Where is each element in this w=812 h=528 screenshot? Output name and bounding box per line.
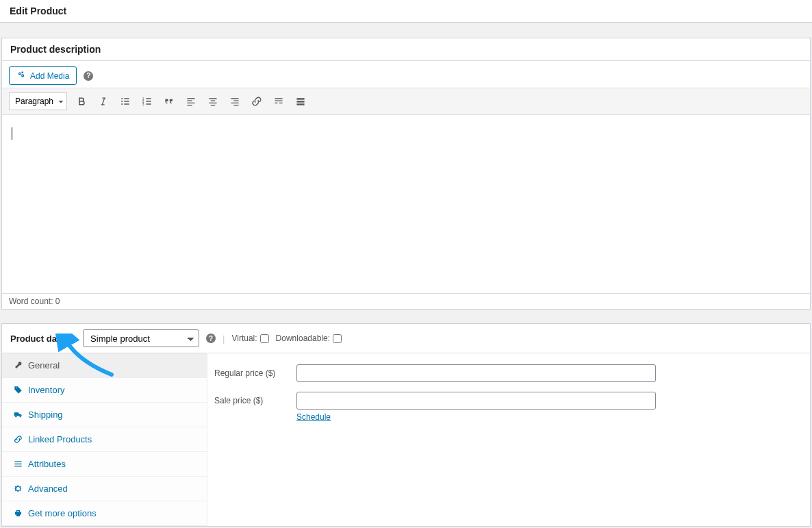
italic-button[interactable] xyxy=(96,94,111,109)
sale-price-row: Sale price ($) xyxy=(214,392,803,410)
quote-button[interactable] xyxy=(162,94,177,109)
editor-toolbar: Paragraph 123 xyxy=(2,88,810,115)
svg-rect-14 xyxy=(14,466,21,466)
spacer xyxy=(0,23,812,38)
page-header: Edit Product xyxy=(0,0,812,23)
svg-point-3 xyxy=(121,101,123,102)
product-type-select[interactable]: Simple product xyxy=(83,329,199,347)
product-description-title: Product description xyxy=(10,44,101,55)
svg-point-0 xyxy=(19,73,21,75)
tab-linked-products[interactable]: Linked Products xyxy=(2,427,207,452)
tab-shipping[interactable]: Shipping xyxy=(2,403,207,427)
link-button[interactable] xyxy=(249,94,264,109)
svg-rect-13 xyxy=(14,464,21,464)
bold-button[interactable] xyxy=(74,94,89,109)
tab-attributes-label: Attributes xyxy=(28,459,66,469)
editor-content[interactable] xyxy=(2,115,810,293)
product-data-label: Product data — xyxy=(10,334,76,344)
truck-icon xyxy=(13,410,23,420)
add-media-label: Add Media xyxy=(30,71,69,81)
number-list-button[interactable]: 123 xyxy=(140,94,155,109)
sale-price-input[interactable] xyxy=(296,392,656,410)
add-media-icon xyxy=(16,70,26,81)
regular-price-label: Regular price ($) xyxy=(214,368,296,378)
paragraph-select[interactable]: Paragraph xyxy=(9,92,67,110)
link-icon xyxy=(13,435,23,444)
virtual-checkbox[interactable] xyxy=(260,334,269,343)
tab-inventory[interactable]: Inventory xyxy=(2,378,207,403)
svg-point-2 xyxy=(121,98,123,99)
product-description-panel: Product description Add Media ? Paragrap… xyxy=(1,38,811,310)
downloadable-label: Downloadable: xyxy=(276,334,330,343)
svg-rect-8 xyxy=(296,98,304,99)
product-description-header: Product description xyxy=(2,38,810,61)
gear-icon xyxy=(13,484,23,494)
product-data-body: General Inventory Shipping Linked Produc… xyxy=(2,353,810,526)
tab-advanced-label: Advanced xyxy=(28,483,68,494)
tab-attributes[interactable]: Attributes xyxy=(2,452,207,477)
tab-get-more-options[interactable]: Get more options xyxy=(2,501,207,526)
svg-point-1 xyxy=(22,75,24,77)
downloadable-checkbox[interactable] xyxy=(333,334,342,343)
regular-price-input[interactable] xyxy=(296,364,656,382)
svg-point-4 xyxy=(121,103,123,105)
wrench-icon xyxy=(13,361,23,370)
product-data-header: Product data — Simple product ? | Virtua… xyxy=(2,324,810,353)
svg-rect-12 xyxy=(14,462,21,462)
product-type-help-icon[interactable]: ? xyxy=(206,334,216,343)
regular-price-row: Regular price ($) xyxy=(214,364,803,382)
virtual-checkbox-wrapper[interactable]: Virtual: xyxy=(231,334,268,343)
sale-price-label: Sale price ($) xyxy=(214,396,296,405)
tab-advanced[interactable]: Advanced xyxy=(2,477,207,501)
align-right-button[interactable] xyxy=(227,94,242,109)
media-row: Add Media ? xyxy=(2,61,810,88)
divider: | xyxy=(223,334,225,344)
tab-general[interactable]: General xyxy=(2,353,207,378)
help-icon[interactable]: ? xyxy=(84,71,93,81)
schedule-link-row: Schedule xyxy=(296,412,803,422)
list-icon xyxy=(13,460,23,469)
tab-linked-label: Linked Products xyxy=(28,434,92,444)
svg-text:3: 3 xyxy=(142,103,144,106)
word-count: Word count: 0 xyxy=(2,293,810,309)
tab-shipping-label: Shipping xyxy=(28,410,63,420)
align-center-button[interactable] xyxy=(205,94,220,109)
text-caret xyxy=(12,127,12,140)
tag-icon xyxy=(13,386,23,395)
product-data-content: Regular price ($) Sale price ($) Schedul… xyxy=(207,353,810,526)
svg-rect-10 xyxy=(296,103,304,105)
page-title: Edit Product xyxy=(10,5,802,16)
insert-more-button[interactable] xyxy=(271,94,286,109)
virtual-label: Virtual: xyxy=(231,334,257,343)
toolbar-toggle-button[interactable] xyxy=(293,94,308,109)
add-media-button[interactable]: Add Media xyxy=(9,66,77,85)
product-data-panel: Product data — Simple product ? | Virtua… xyxy=(1,323,811,527)
align-left-button[interactable] xyxy=(183,94,199,109)
bullet-list-button[interactable] xyxy=(118,94,133,109)
schedule-link[interactable]: Schedule xyxy=(296,412,331,422)
downloadable-checkbox-wrapper[interactable]: Downloadable: xyxy=(276,334,342,343)
tab-general-label: General xyxy=(28,360,60,370)
plugin-icon xyxy=(13,509,23,518)
svg-rect-9 xyxy=(296,101,304,102)
tab-inventory-label: Inventory xyxy=(28,385,64,395)
tab-more-label: Get more options xyxy=(28,508,97,518)
product-data-tabs: General Inventory Shipping Linked Produc… xyxy=(2,353,207,526)
